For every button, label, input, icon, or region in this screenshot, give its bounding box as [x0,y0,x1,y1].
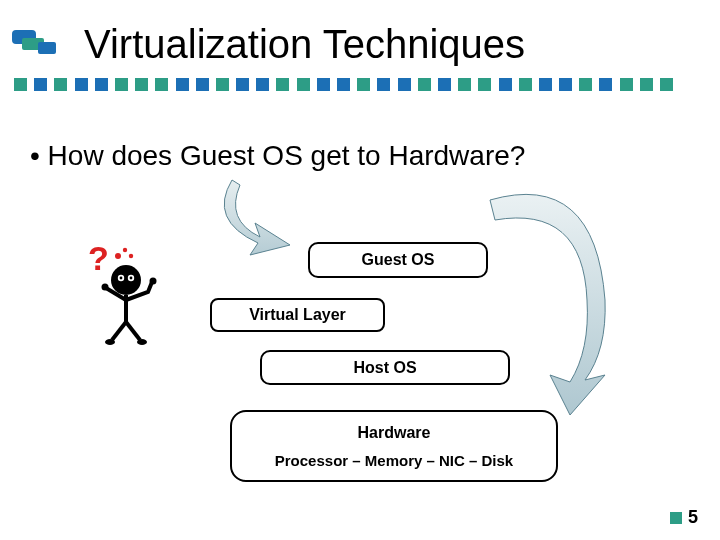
confused-person-icon: ? [78,240,178,350]
decorative-dot [640,78,653,91]
svg-rect-2 [38,42,56,54]
decorative-dot [256,78,269,91]
decorative-dot [176,78,189,91]
decorative-dot [398,78,411,91]
logo-icon [12,26,58,56]
box-virtual-layer: Virtual Layer [210,298,385,332]
decorative-dot [135,78,148,91]
decorative-dot [357,78,370,91]
decorative-dot [75,78,88,91]
svg-point-4 [115,253,121,259]
box-virtual-label: Virtual Layer [249,306,346,324]
page-number: 5 [670,507,698,528]
decorative-dot [660,78,673,91]
decorative-dot [519,78,532,91]
svg-point-6 [129,254,133,258]
box-guest-os: Guest OS [308,242,488,278]
hardware-title: Hardware [358,424,431,442]
decorative-dot [216,78,229,91]
diagram-area: ? Guest OS Virtual Layer Host OS Hardwar… [0,190,720,510]
svg-point-14 [150,278,157,285]
box-host-label: Host OS [353,359,416,377]
decorative-dot [539,78,552,91]
decorative-dot [317,78,330,91]
decorative-dot [499,78,512,91]
decorative-dot [14,78,27,91]
decorative-dot [54,78,67,91]
hardware-subtitle: Processor – Memory – NIC – Disk [275,452,513,469]
box-hardware: Hardware Processor – Memory – NIC – Disk [230,410,558,482]
svg-text:?: ? [88,240,109,277]
decorative-dot [559,78,572,91]
bullet-question: How does Guest OS get to Hardware? [30,140,525,172]
decorative-dot [34,78,47,91]
decorative-dot [620,78,633,91]
decorative-dot [155,78,168,91]
decorative-dot [95,78,108,91]
page-square-icon [670,512,682,524]
decorative-dot [478,78,491,91]
box-host-os: Host OS [260,350,510,385]
decorative-dot [438,78,451,91]
svg-point-13 [102,284,109,291]
decorative-dot [297,78,310,91]
decorative-dot [579,78,592,91]
svg-point-11 [130,277,133,280]
svg-point-10 [120,277,123,280]
decorative-dot-row [14,78,673,91]
decorative-dot [236,78,249,91]
decorative-dot [337,78,350,91]
decorative-dot [458,78,471,91]
page-title: Virtualization Techniques [84,22,525,67]
arrow-right-icon [475,180,635,430]
svg-point-15 [105,339,115,345]
decorative-dot [115,78,128,91]
decorative-dot [418,78,431,91]
decorative-dot [276,78,289,91]
svg-point-16 [137,339,147,345]
decorative-dot [599,78,612,91]
decorative-dot [196,78,209,91]
box-guest-label: Guest OS [362,251,435,269]
svg-point-7 [111,265,141,295]
page-number-text: 5 [688,507,698,528]
svg-point-5 [123,248,127,252]
decorative-dot [377,78,390,91]
